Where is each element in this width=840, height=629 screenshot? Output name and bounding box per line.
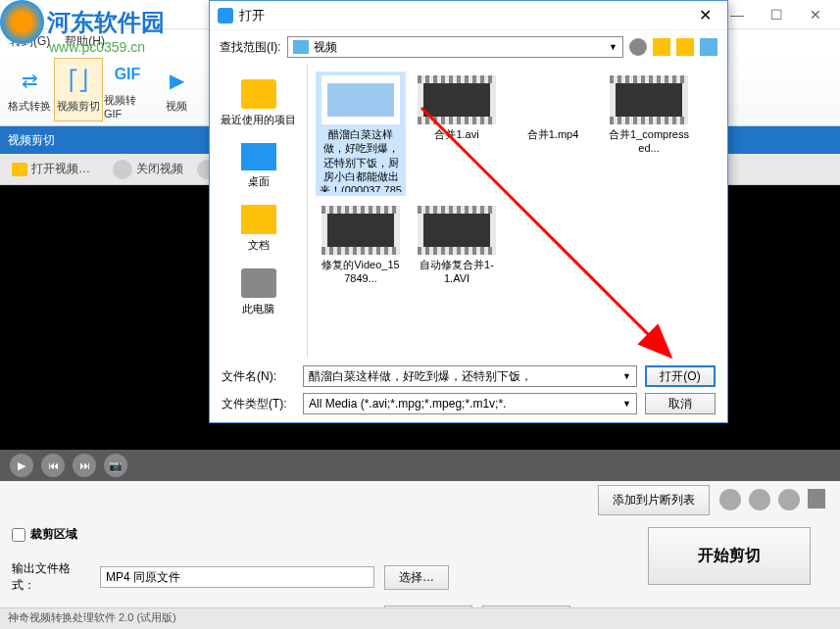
file-item[interactable]: 合并1.avi — [412, 72, 502, 196]
toolbar-format-convert[interactable]: ⇄ 格式转换 — [5, 58, 54, 121]
filetype-label: 文件类型(T): — [222, 396, 295, 412]
file-thumb-icon — [321, 206, 400, 255]
close-circle-icon — [113, 160, 132, 179]
output-format-label: 输出文件格式： — [12, 560, 90, 594]
file-item[interactable]: 醋溜白菜这样做，好吃到爆，还特别下饭，厨房小白都能做出来！(000037.785… — [316, 72, 406, 196]
player-controls: ▶ ⏮ ⏭ 📷 — [0, 450, 840, 481]
output-format-value: MP4 同原文件 — [100, 566, 374, 588]
crop-icon: ⎡⎦ — [63, 65, 94, 96]
sidebar-documents[interactable]: 文档 — [210, 197, 307, 261]
dialog-close-button[interactable]: ✕ — [691, 6, 719, 24]
file-list: 醋溜白菜这样做，好吃到爆，还特别下饭，厨房小白都能做出来！(000037.785… — [308, 64, 727, 358]
file-item[interactable]: 修复的Video_157849... — [316, 202, 406, 290]
file-item[interactable]: 合并1.mp4 — [508, 72, 598, 196]
filename-label: 文件名(N): — [222, 368, 295, 385]
pc-icon — [241, 268, 276, 298]
sidebar-recent[interactable]: 最近使用的项目 — [210, 72, 307, 135]
file-item[interactable]: 自动修复合并1-1.AVI — [412, 202, 502, 290]
dialog-body: 最近使用的项目 桌面 文档 此电脑 醋溜白菜这样做，好吃到爆，还特别下饭，厨房小… — [210, 64, 727, 358]
sidebar-desktop[interactable]: 桌面 — [210, 135, 307, 197]
file-thumb-icon — [610, 75, 688, 124]
filename-combo[interactable]: 醋溜白菜这样做，好吃到爆，还特别下饭， ▼ — [303, 365, 637, 387]
sub-toolbar-title: 视频剪切 — [8, 132, 55, 149]
crop-checkbox-input[interactable] — [12, 528, 25, 542]
toolbar-video-cut[interactable]: ⎡⎦ 视频剪切 — [54, 58, 103, 121]
toolbar-video-gif[interactable]: GIF 视频转GIF — [103, 58, 152, 121]
edit-icon[interactable] — [778, 489, 800, 510]
prev-button[interactable]: ⏮ — [41, 454, 65, 477]
toolbar-video[interactable]: ▶ 视频 — [152, 58, 201, 121]
open-button[interactable]: 打开(O) — [645, 365, 716, 387]
down-icon[interactable] — [749, 489, 770, 510]
add-list-bar: 添加到片断列表 — [0, 481, 840, 518]
documents-icon — [241, 205, 276, 234]
chevron-down-icon: ▼ — [622, 399, 631, 409]
open-video-button[interactable]: 打开视频… — [3, 158, 99, 181]
chevron-down-icon: ▼ — [609, 42, 618, 52]
up-folder-icon[interactable] — [653, 38, 670, 56]
file-thumb-icon — [418, 206, 496, 255]
file-item[interactable]: 合并1_compressed... — [604, 72, 694, 196]
desktop-icon — [241, 143, 276, 170]
recent-icon — [241, 79, 276, 109]
gif-icon: GIF — [112, 59, 143, 90]
dialog-title: 打开 — [239, 7, 691, 24]
filetype-combo[interactable]: All Media (*.avi;*.mpg;*.mpeg;*.m1v;*. ▼ — [303, 393, 637, 414]
file-thumb-icon — [418, 75, 496, 124]
convert-icon: ⇄ — [14, 65, 45, 96]
dialog-app-icon — [218, 8, 233, 24]
view-menu-icon[interactable] — [700, 38, 717, 56]
play-button[interactable]: ▶ — [10, 454, 33, 477]
look-in-label: 查找范围(I): — [220, 39, 281, 56]
app-icon — [5, 7, 21, 23]
add-to-list-button[interactable]: 添加到片断列表 — [598, 485, 710, 515]
look-in-combo[interactable]: 视频 ▼ — [287, 36, 623, 58]
next-button[interactable]: ⏭ — [73, 454, 96, 477]
cancel-button[interactable]: 取消 — [645, 393, 716, 414]
close-video-button[interactable]: 关闭视频 — [104, 158, 192, 181]
trash-icon[interactable] — [808, 489, 825, 508]
close-button[interactable]: ✕ — [796, 1, 835, 28]
open-file-dialog: 打开 ✕ 查找范围(I): 视频 ▼ 最近使用的项目 桌面 文档 — [209, 0, 728, 423]
folder-open-icon — [12, 163, 27, 176]
menu-convert[interactable]: 转到(G) — [10, 33, 50, 50]
start-cut-button[interactable]: 开始剪切 — [648, 527, 811, 585]
file-thumb-icon — [321, 75, 400, 124]
status-bar: 神奇视频转换处理软件 2.0 (试用版) — [0, 607, 840, 629]
up-icon[interactable] — [719, 489, 741, 510]
sidebar-thispc[interactable]: 此电脑 — [210, 261, 307, 324]
snapshot-button[interactable]: 📷 — [104, 454, 127, 477]
maximize-button[interactable]: ☐ — [757, 1, 796, 28]
back-icon[interactable] — [629, 38, 647, 56]
new-folder-icon[interactable] — [676, 38, 694, 56]
look-in-row: 查找范围(I): 视频 ▼ — [210, 30, 727, 64]
video-folder-icon — [293, 40, 309, 54]
dialog-bottom: 文件名(N): 醋溜白菜这样做，好吃到爆，还特别下饭， ▼ 打开(O) 文件类型… — [210, 358, 727, 428]
chevron-down-icon: ▼ — [622, 371, 631, 381]
dialog-titlebar: 打开 ✕ — [210, 1, 727, 30]
file-thumb-icon — [514, 75, 592, 124]
video-icon: ▶ — [161, 65, 192, 96]
menu-help[interactable]: 帮助(H) — [65, 33, 105, 50]
select-format-button[interactable]: 选择… — [384, 565, 449, 590]
dialog-sidebar: 最近使用的项目 桌面 文档 此电脑 — [210, 64, 308, 358]
